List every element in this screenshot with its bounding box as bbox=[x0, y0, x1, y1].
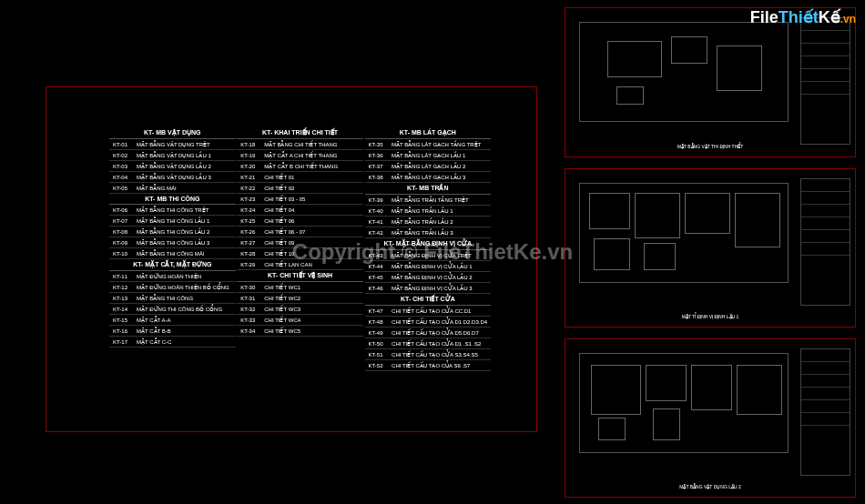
drawing-name: MẶT CẮT C-C bbox=[133, 337, 236, 348]
drawing-name: CHI TIẾT 02 bbox=[260, 183, 363, 194]
table-row: KT-36MẶT BẰNG LÁT GẠCH LẦU 1 bbox=[365, 150, 492, 161]
drawing-name: MẶT BẰNG VẬT DỤNG LẦU 3 bbox=[133, 172, 236, 183]
table-row: KT-18MẶT BẰNG CHI TIẾT THANG bbox=[237, 139, 363, 150]
drawing-code: KT-16 bbox=[109, 326, 133, 337]
plan-outline bbox=[579, 22, 789, 122]
title-block-row bbox=[801, 230, 850, 243]
drawing-name: MẶT BẰNG THI CÔNG bbox=[133, 293, 236, 304]
table-row: KT-43MẶT BẰNG ĐỊNH VỊ CỬA TRỆT bbox=[365, 250, 492, 261]
title-block-row bbox=[801, 349, 850, 362]
floor-plan-1: MẶT BẰNG VẬT THI ĐỊNH THỂT bbox=[565, 7, 856, 157]
drawing-code: KT-25 bbox=[237, 216, 260, 227]
drawing-code: KT-11 bbox=[109, 271, 133, 282]
drawing-code: KT-06 bbox=[109, 205, 133, 216]
table-row: KT-10MẶT BẰNG THI CÔNG MÁI bbox=[109, 248, 236, 259]
drawing-name: MẶT BẰNG VẬT DỤNG TRỆT bbox=[133, 139, 236, 150]
table-row: KT-32CHI TIẾT WC3 bbox=[237, 304, 363, 315]
title-block-row bbox=[801, 413, 850, 426]
room bbox=[685, 193, 730, 234]
table-row: KT-27CHI TIẾT 09 bbox=[237, 237, 363, 248]
drawing-code: KT-19 bbox=[237, 150, 260, 161]
drawing-index-table: KT- MB VẬT DỤNG KT-01MẶT BẰNG VẬT DỤNG T… bbox=[109, 127, 492, 371]
floor-plan-panel: MẶT BẰNG VẬT THI ĐỊNH THỂT MẶT TỈ ĐỊNH V… bbox=[565, 0, 865, 504]
room bbox=[737, 365, 782, 415]
table-row: KT-09MẶT BẰNG THI CÔNG LẦU 3 bbox=[109, 237, 236, 248]
room bbox=[646, 365, 687, 401]
drawing-code: KT-17 bbox=[109, 337, 133, 348]
title-block-row bbox=[801, 375, 850, 388]
plan-title: MẶT TỈ ĐỊNH VỊ ĐỊNH LẦU 1 bbox=[682, 314, 739, 319]
drawing-name: CHI TIẾT WC1 bbox=[260, 282, 363, 293]
title-block-row bbox=[801, 217, 850, 230]
drawing-name: CHI TIẾT CẤU TẠO CỬA CC.D1 bbox=[388, 306, 491, 317]
drawing-code: KT-15 bbox=[109, 315, 133, 326]
table-row: KT-28CHI TIẾT 10 bbox=[237, 248, 363, 259]
drawing-code: KT-39 bbox=[365, 195, 389, 206]
logo-part-vn: .vn bbox=[840, 13, 856, 25]
watermark-logo: FileThiếtKế.vn bbox=[750, 7, 856, 27]
drawing-name: MẶT BẰNG ĐỊNH VỊ CỬA LẦU 2 bbox=[388, 272, 491, 283]
title-block-row bbox=[801, 69, 850, 82]
section-header: KT- MẶT CẮT, MẶT ĐỨNG bbox=[109, 259, 236, 271]
drawing-name: MẶT BẰNG LÁT GẠCH LẦU 2 bbox=[388, 161, 491, 172]
table-row: KT-33CHI TIẾT WC4 bbox=[237, 315, 363, 326]
drawing-name: CHI TIẾT CẤU TẠO CỬA D1 .S1 .S2 bbox=[388, 338, 491, 349]
drawing-name: MẶT ĐỨNG THI CÔNG BỐ CỔNG bbox=[133, 304, 236, 315]
drawing-code: KT-09 bbox=[109, 237, 133, 248]
room bbox=[591, 365, 641, 415]
drawing-code: KT-27 bbox=[237, 237, 260, 248]
drawing-code: KT-03 bbox=[109, 161, 133, 172]
drawing-code: KT-26 bbox=[237, 227, 260, 237]
drawing-name: MẶT BẰNG MÁI bbox=[133, 183, 236, 194]
floor-plan-3: MẶT BẰNG VẬT DỤNG LẦU 2 bbox=[565, 338, 856, 498]
plan-outline bbox=[579, 353, 789, 453]
room bbox=[691, 365, 732, 410]
drawing-code: KT-33 bbox=[237, 315, 260, 326]
table-row: KT-03MẶT BẰNG VẬT DỤNG LẦU 2 bbox=[109, 161, 236, 172]
drawing-code: KT-40 bbox=[365, 206, 389, 217]
table-row: KT-07MẶT BẰNG THI CÔNG LẦU 1 bbox=[109, 216, 236, 227]
table-row: KT-25CHI TIẾT 06 bbox=[237, 216, 363, 227]
room bbox=[635, 193, 680, 238]
drawing-code: KT-42 bbox=[365, 227, 389, 238]
title-block-row bbox=[801, 44, 850, 56]
table: KT- MB LÁT GẠCH KT-35MẶT BẰNG LÁT GẠCH T… bbox=[365, 127, 492, 371]
drawing-code: KT-23 bbox=[237, 194, 260, 205]
room bbox=[598, 418, 626, 440]
drawing-name: CHI TIẾT WC3 bbox=[260, 304, 363, 315]
room bbox=[589, 193, 630, 229]
table-row: KT-41MẶT BẰNG TRẦN LẦU 2 bbox=[365, 217, 492, 227]
drawing-name: CHI TIẾT CẤU TẠO CỬA D5.D6.D7 bbox=[388, 328, 491, 338]
drawing-index-sheet: KT- MB VẬT DỤNG KT-01MẶT BẰNG VẬT DỤNG T… bbox=[0, 0, 565, 504]
table-row: KT-48CHI TIẾT CẤU TẠO CỬA D1 D2.D3.D4 bbox=[365, 317, 492, 328]
table-row: KT-20MẶT CẮT B CHI TIẾT THANG bbox=[237, 161, 363, 172]
furniture bbox=[671, 36, 707, 64]
drawing-name: CHI TIẾT 06 - 07 bbox=[260, 227, 363, 237]
drawing-name: CHI TIẾT CẤU TẠO CỬA S3.S4.S5 bbox=[388, 349, 491, 360]
drawing-name: MẶT BẰNG TRẦN LẦU 3 bbox=[388, 227, 491, 238]
room bbox=[594, 238, 630, 270]
title-block-row bbox=[801, 179, 850, 192]
table-row: KT-44MẶT BẰNG ĐỊNH VỊ CỬA LẦU 1 bbox=[365, 261, 492, 272]
drawing-name: MẶT BẰNG LÁT GẠCH LẦU 3 bbox=[388, 172, 491, 183]
table-row: KT-14MẶT ĐỨNG THI CÔNG BỐ CỔNG bbox=[109, 304, 236, 315]
drawing-code: KT-07 bbox=[109, 216, 133, 227]
drawing-code: KT-22 bbox=[237, 183, 260, 194]
logo-part-ke: Kế bbox=[819, 8, 840, 26]
section-header: KT- MB TRẦN bbox=[365, 183, 492, 195]
table-row: KT-22CHI TIẾT 02 bbox=[237, 183, 363, 194]
table-row: KT-13MẶT BẰNG THI CÔNG bbox=[109, 293, 236, 304]
drawing-code: KT-20 bbox=[237, 161, 260, 172]
drawing-code: KT-18 bbox=[237, 139, 260, 150]
drawing-name: CHI TIẾT CẤU TẠO CỦA S6 .S7 bbox=[388, 360, 491, 371]
drawing-name: MẶT BẰNG LÁT GẠCH LẦU 1 bbox=[388, 150, 491, 161]
table-row: KT-40MẶT BẰNG TRẦN LẦU 1 bbox=[365, 206, 492, 217]
table-row: KT-45MẶT BẰNG ĐỊNH VỊ CỬA LẦU 2 bbox=[365, 272, 492, 283]
drawing-code: KT-43 bbox=[365, 250, 389, 261]
drawing-code: KT-28 bbox=[237, 248, 260, 259]
drawing-name: CHI TIẾT WC4 bbox=[260, 315, 363, 326]
drawing-name: CHI TIẾT 04 bbox=[260, 205, 363, 216]
room bbox=[653, 408, 680, 440]
drawing-code: KT-05 bbox=[109, 183, 133, 194]
table-row: KT-11MẶT ĐỨNG HOÀN THIỆN bbox=[109, 271, 236, 282]
